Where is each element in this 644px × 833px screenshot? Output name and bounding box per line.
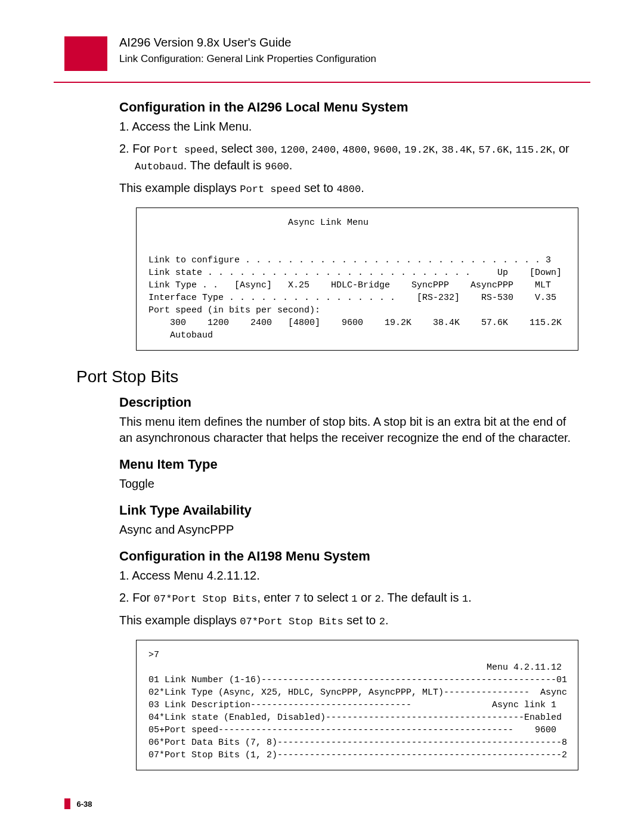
text: , or [552,142,569,155]
code-text: 4800 [342,144,367,156]
step-list-2: 1. Access Menu 4.2.11.12. 2. For 07*Port… [119,568,578,606]
text: , [472,142,478,155]
text: , [305,142,311,155]
ai198-menu-example: >7 Menu 4.2.11.12 01 Link Number (1-16)-… [136,640,578,770]
header: AI296 Version 9.8x User's Guide Link Con… [119,36,590,65]
text: , [509,142,516,155]
code-text: 1 [462,593,468,605]
text: , [435,142,441,155]
text: 2. For [119,591,154,604]
step-1b: 1. Access Menu 4.2.11.12. [119,568,578,584]
text: . The default is [381,591,462,604]
async-link-menu-example: Async Link Menu Link to configure . . . … [136,208,578,351]
code-text: 9600 [373,144,398,156]
section-title-port-stop-bits: Port Stop Bits [76,367,578,386]
code-text: 1200 [280,144,305,156]
text: , [336,142,342,155]
menu-item-type-heading: Menu Item Type [119,457,578,472]
header-rule [54,82,590,83]
text: , [398,142,404,155]
code-text: 19.2K [404,144,435,156]
config-ai198-heading: Configuration in the AI198 Menu System [119,549,578,564]
step-2b: 2. For 07*Port Stop Bits, enter 7 to sel… [119,590,578,606]
code-text: 300 [256,144,274,156]
text: , select [215,142,256,155]
text: set to [301,181,336,194]
section-heading-local-menu: Configuration in the AI296 Local Menu Sy… [119,100,578,115]
code-text: Autobaud [135,161,184,172]
code-text: Port speed [154,144,215,156]
text: This example displays [119,614,240,627]
text: , [274,142,280,155]
code-text: 2400 [311,144,336,156]
step-1: 1. Access the Link Menu. [119,119,578,135]
code-text: 07*Port Stop Bits [154,593,257,605]
code-text: 38.4K [441,144,472,156]
text: . [385,614,389,627]
code-text: 2 [374,593,380,605]
code-text: 07*Port Stop Bits [240,616,343,627]
doc-subtitle: Link Configuration: General Link Propert… [119,53,590,65]
text: This example displays [119,181,240,194]
code-text: 2 [379,616,385,627]
link-type-availability-heading: Link Type Availability [119,503,578,518]
footer-color-block [64,798,70,809]
text: set to [343,614,379,627]
doc-title: AI296 Version 9.8x User's Guide [119,36,590,49]
description-heading: Description [119,395,578,410]
example-intro-1: This example displays Port speed set to … [119,180,578,197]
code-text: 115.2K [516,144,552,156]
text: , enter [257,591,294,604]
page-number: 6-38 [76,800,92,809]
step-2: 2. For Port speed, select 300, 1200, 240… [119,141,578,174]
code-text: 9600 [265,161,289,172]
code-text: Port speed [240,184,301,195]
text: . [289,159,293,172]
brand-color-block [64,36,107,71]
description-text: This menu item defines the number of sto… [119,414,578,446]
text: . [361,181,364,194]
text: to select [301,591,352,604]
menu-item-type-text: Toggle [119,476,578,492]
link-type-availability-text: Async and AsyncPPP [119,522,578,538]
step-list-1: 1. Access the Link Menu. 2. For Port spe… [119,119,578,174]
code-text: 4800 [336,184,361,195]
code-text: 7 [295,593,301,605]
code-text: 57.6K [479,144,509,156]
text: . The default is [184,159,265,172]
text: , [367,142,373,155]
text: . [468,591,472,604]
example-intro-2: This example displays 07*Port Stop Bits … [119,612,578,629]
text: or [358,591,375,604]
page: AI296 Version 9.8x User's Guide Link Con… [0,0,644,833]
code-text: 1 [351,593,357,605]
content-area: Configuration in the AI296 Local Menu Sy… [119,100,578,770]
footer: 6-38 [64,798,92,809]
text: 2. For [119,142,154,155]
